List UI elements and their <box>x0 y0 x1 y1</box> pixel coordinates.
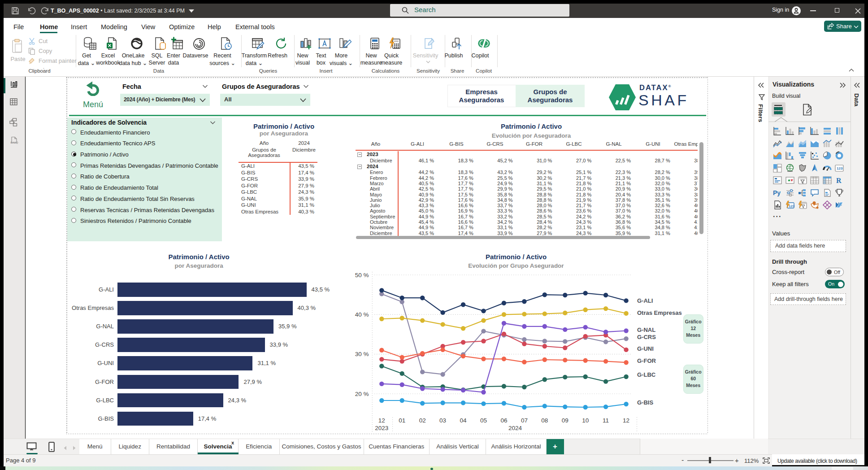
svg-text:08: 08 <box>541 417 548 424</box>
svg-text:DAX: DAX <box>11 141 16 144</box>
svg-text:03: 03 <box>439 417 446 424</box>
svg-text:04: 04 <box>460 417 467 424</box>
svg-text:G-LBC: G-LBC <box>637 371 656 378</box>
svg-text:G-FOR: G-FOR <box>637 357 656 364</box>
svg-text:02: 02 <box>419 417 426 424</box>
svg-text:30 %: 30 % <box>355 351 369 357</box>
svg-text:07: 07 <box>521 417 528 424</box>
svg-text:123: 123 <box>789 204 794 208</box>
svg-text:11: 11 <box>603 417 609 424</box>
svg-text:G-UNI: G-UNI <box>637 345 654 352</box>
svg-text:12: 12 <box>623 417 629 424</box>
svg-text:40 %: 40 % <box>355 311 369 318</box>
svg-text:09: 09 <box>562 417 569 424</box>
svg-text:01: 01 <box>399 417 405 424</box>
svg-text:2023: 2023 <box>375 425 388 431</box>
svg-text:12: 12 <box>378 417 385 424</box>
svg-text:G-CRS: G-CRS <box>637 334 656 340</box>
svg-text:20 %: 20 % <box>355 391 369 397</box>
svg-text:50 %: 50 % <box>355 272 369 279</box>
svg-text:123: 123 <box>837 166 843 170</box>
svg-text:G-NAL: G-NAL <box>637 326 655 333</box>
svg-text:G-ALI: G-ALI <box>637 297 653 304</box>
svg-text:R: R <box>836 177 842 184</box>
svg-text:Py: Py <box>773 189 781 196</box>
svg-text:06: 06 <box>500 417 507 424</box>
svg-text:G-BIS: G-BIS <box>637 399 653 406</box>
svg-text:2024: 2024 <box>508 425 522 431</box>
svg-text:10: 10 <box>582 417 589 424</box>
svg-text:Otras Empresas: Otras Empresas <box>637 309 682 316</box>
svg-text:05: 05 <box>480 417 487 424</box>
